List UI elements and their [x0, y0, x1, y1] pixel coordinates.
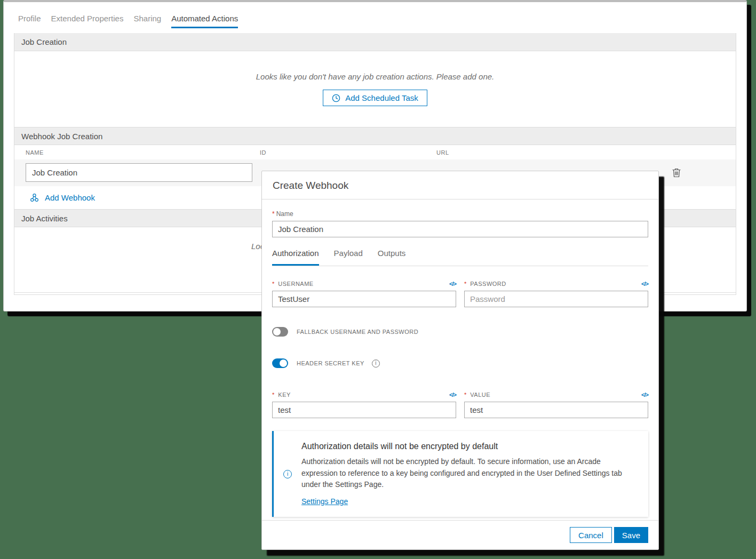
tab-extended-properties[interactable]: Extended Properties [51, 14, 124, 28]
cancel-button[interactable]: Cancel [570, 527, 612, 543]
dialog-header: Create Webhook [262, 171, 658, 199]
username-label: * USERNAME [272, 281, 314, 287]
notice-body: Authorization details will not be encryp… [301, 456, 635, 491]
save-button[interactable]: Save [614, 527, 648, 543]
header-secret-key-label: HEADER SECRET KEY [297, 360, 364, 366]
create-webhook-dialog: Create Webhook *Name Authorization Paylo… [261, 171, 659, 550]
fallback-toggle-row: FALLBACK USERNAME AND PASSWORD [272, 327, 648, 337]
delete-webhook-button[interactable] [672, 166, 685, 179]
column-header-id: ID [260, 149, 266, 156]
webhook-dialog-name-input[interactable] [272, 221, 648, 237]
webhook-icon [30, 193, 39, 202]
encryption-notice: i Authorization details will not be encr… [272, 431, 648, 517]
code-expression-icon[interactable]: </> [641, 392, 648, 398]
fallback-toggle-label: FALLBACK USERNAME AND PASSWORD [297, 329, 418, 335]
password-field-group: * PASSWORD </> [464, 281, 648, 307]
name-field-label: *Name [272, 210, 648, 218]
info-icon[interactable]: i [372, 360, 380, 368]
settings-page-link[interactable]: Settings Page [301, 497, 348, 506]
top-tab-bar: Profile Extended Properties Sharing Auto… [14, 14, 736, 28]
username-field-group: * USERNAME </> [272, 281, 456, 307]
tab-payload[interactable]: Payload [334, 249, 363, 266]
required-asterisk: * [272, 210, 275, 218]
column-header-url: URL [436, 149, 449, 156]
code-expression-icon[interactable]: </> [449, 281, 456, 287]
dialog-body: *Name Authorization Payload Outputs * US… [262, 199, 658, 520]
value-field-group: * VALUE </> [464, 392, 648, 418]
add-webhook-link[interactable]: Add Webhook [30, 193, 95, 202]
header-secret-key-toggle-row: HEADER SECRET KEY i [272, 358, 648, 368]
value-label: * VALUE [464, 392, 490, 398]
webhook-table-header: NAME ID URL [14, 145, 736, 159]
key-label: * KEY [272, 392, 291, 398]
dialog-title: Create Webhook [273, 180, 648, 191]
trash-icon [672, 167, 685, 178]
webhook-name-input[interactable] [26, 163, 252, 182]
job-creation-empty-state: Looks like you don't have any job creati… [14, 51, 736, 127]
dialog-tab-bar: Authorization Payload Outputs [272, 249, 648, 266]
tab-profile[interactable]: Profile [18, 14, 41, 28]
add-scheduled-task-label: Add Scheduled Task [345, 93, 418, 102]
webhook-job-creation-section-header: Webhook Job Creation [14, 127, 736, 145]
password-label: * PASSWORD [464, 281, 506, 287]
clock-icon [332, 94, 340, 102]
dialog-footer: Cancel Save [262, 520, 658, 549]
job-creation-section-header: Job Creation [14, 33, 736, 51]
info-icon: i [283, 470, 292, 478]
username-input[interactable] [272, 291, 456, 307]
tab-sharing[interactable]: Sharing [133, 14, 161, 28]
tab-authorization[interactable]: Authorization [272, 249, 319, 266]
tab-outputs[interactable]: Outputs [378, 249, 406, 266]
add-scheduled-task-button[interactable]: Add Scheduled Task [323, 90, 427, 106]
add-webhook-label: Add Webhook [45, 193, 95, 202]
code-expression-icon[interactable]: </> [449, 392, 456, 398]
value-input[interactable] [464, 402, 648, 418]
key-field-group: * KEY </> [272, 392, 456, 418]
tab-automated-actions[interactable]: Automated Actions [171, 14, 238, 28]
header-secret-key-toggle[interactable] [272, 358, 288, 368]
notice-title: Authorization details will not be encryp… [301, 442, 635, 451]
column-header-name: NAME [26, 149, 44, 156]
job-creation-empty-message: Looks like you don't have any job creati… [256, 72, 495, 81]
fallback-username-password-toggle[interactable] [272, 327, 288, 337]
code-expression-icon[interactable]: </> [641, 281, 648, 287]
password-input[interactable] [464, 291, 648, 307]
key-input[interactable] [272, 402, 456, 418]
